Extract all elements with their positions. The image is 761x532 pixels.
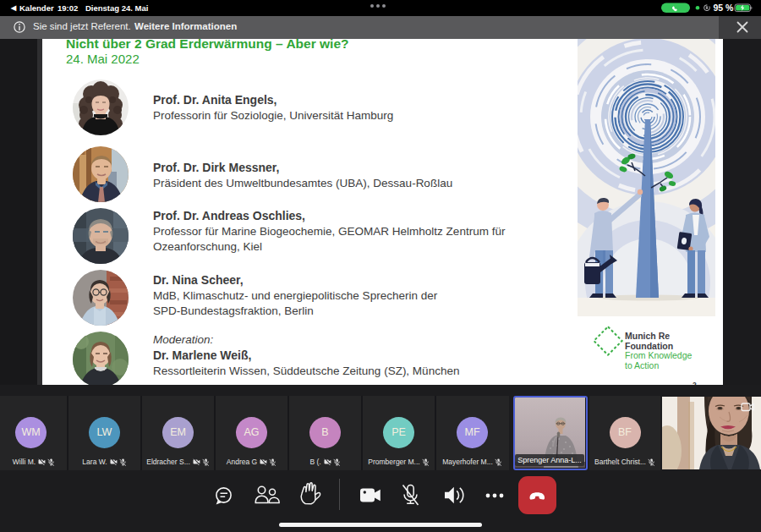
svg-text:95 %: 95 % bbox=[714, 3, 735, 13]
